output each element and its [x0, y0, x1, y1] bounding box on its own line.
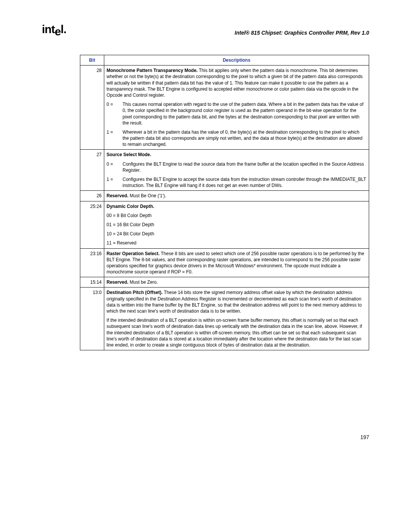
desc-text: Must be Zero.	[128, 280, 158, 285]
table-row: 23:16 Raster Operation Select. These 8 b…	[80, 248, 369, 277]
table-row: 28 Monochrome Pattern Transparency Mode.…	[80, 66, 369, 150]
value-desc: This causes normal operation with regard…	[123, 101, 366, 126]
page-container: intel. Intel® 815 Chipset: Graphics Cont…	[0, 0, 411, 463]
value-row: 0 = Configures the BLT Engine to read th…	[107, 161, 366, 173]
bit-description-table: Bit Descriptions 28 Monochrome Pattern T…	[80, 55, 369, 350]
value-key: 1 =	[107, 129, 117, 148]
desc-cell: Raster Operation Select. These 8 bits ar…	[104, 248, 369, 277]
intel-logo: intel.	[42, 23, 66, 36]
desc-title: Reserved.	[107, 280, 128, 285]
table-row: 13:0 Destination Pitch (Offset). These 1…	[80, 288, 369, 350]
bit-cell: 25:24	[80, 201, 104, 248]
desc-title: Raster Operation Select.	[107, 251, 159, 256]
bit-cell: 13:0	[80, 288, 104, 350]
value-key: 1 =	[107, 176, 117, 189]
bit-cell: 23:16	[80, 248, 104, 277]
doc-title: Intel® 815 Chipset: Graphics Controller …	[235, 30, 369, 36]
value-desc: Configures the BLT Engine to read the so…	[123, 161, 366, 173]
bit-cell: 26	[80, 191, 104, 201]
value-desc: Configures the BLT Engine to accept the …	[123, 176, 366, 189]
table-row: 26 Reserved. Must Be One ('1').	[80, 191, 369, 201]
page-number: 197	[42, 434, 369, 440]
desc-cell: Monochrome Pattern Transparency Mode. Th…	[104, 66, 369, 150]
bit-cell: 27	[80, 150, 104, 191]
desc-cell: Reserved. Must Be One ('1').	[104, 191, 369, 201]
desc-title: Monochrome Pattern Transparency Mode.	[107, 68, 198, 73]
desc-cell: Source Select Mode. 0 = Configures the B…	[104, 150, 369, 191]
enum-line: 00 = 8 Bit Color Depth	[107, 212, 366, 219]
desc-title: Reserved.	[107, 193, 128, 198]
enum-line: 10 = 24 Bit Color Depth	[107, 231, 366, 237]
desc-title: Destination Pitch (Offset).	[107, 290, 162, 295]
value-row: 1 = Wherever a bit in the pattern data h…	[107, 129, 366, 148]
bit-cell: 28	[80, 66, 104, 150]
desc-title: Dynamic Color Depth.	[107, 204, 154, 209]
col-header-bit: Bit	[80, 55, 104, 66]
bit-cell: 15:14	[80, 277, 104, 288]
desc-cell: Destination Pitch (Offset). These 14 bit…	[104, 288, 369, 350]
table-row: 25:24 Dynamic Color Depth. 00 = 8 Bit Co…	[80, 201, 369, 248]
value-key: 0 =	[107, 161, 117, 173]
table-row: 15:14 Reserved. Must be Zero.	[80, 277, 369, 288]
value-row: 0 = This causes normal operation with re…	[107, 101, 366, 126]
table-row: 27 Source Select Mode. 0 = Configures th…	[80, 150, 369, 191]
desc-text: Must Be One ('1').	[128, 193, 166, 198]
enum-line: 01 = 16 Bit Color Depth	[107, 222, 366, 228]
header-row: intel. Intel® 815 Chipset: Graphics Cont…	[42, 23, 369, 36]
enum-line: 11 = Reserved	[107, 240, 366, 246]
value-key: 0 =	[107, 101, 117, 126]
desc-title: Source Select Mode.	[107, 152, 151, 157]
value-desc: Wherever a bit in the pattern data has t…	[123, 129, 366, 148]
col-header-descriptions: Descriptions	[104, 55, 369, 66]
desc-cell: Dynamic Color Depth. 00 = 8 Bit Color De…	[104, 201, 369, 248]
value-row: 1 = Configures the BLT Engine to accept …	[107, 176, 366, 189]
desc-cell: Reserved. Must be Zero.	[104, 277, 369, 288]
desc-paragraph: If the intended destination of a BLT ope…	[107, 317, 366, 348]
